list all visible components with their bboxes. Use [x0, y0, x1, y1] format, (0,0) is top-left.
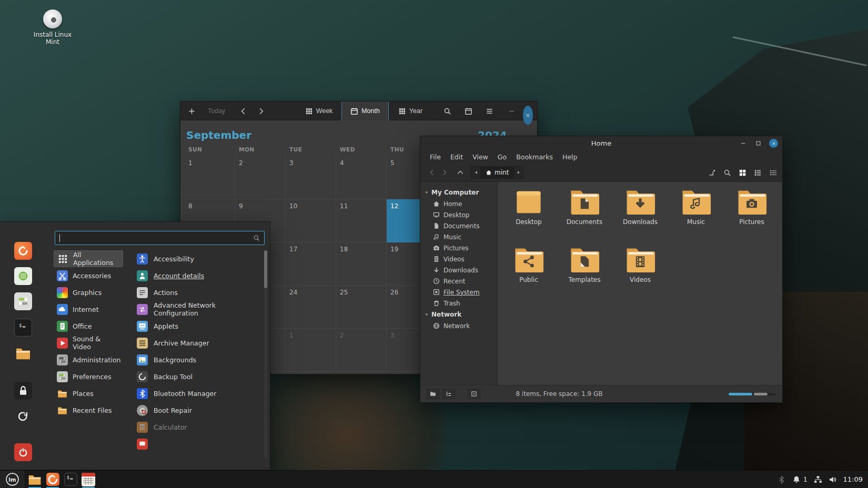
sidebar-item-downloads[interactable]: Downloads — [420, 265, 497, 276]
network-tray-icon[interactable] — [814, 475, 822, 484]
menu-app-archive-manager[interactable]: Archive Manager — [130, 334, 262, 351]
calendar-day-cell[interactable]: 25 — [336, 286, 387, 329]
folder-templates[interactable]: Templates — [557, 247, 612, 305]
sidebar-item-music[interactable]: Music — [420, 231, 497, 242]
toggle-location-entry-icon[interactable] — [708, 169, 716, 177]
quick-lock-button[interactable] — [14, 381, 33, 400]
quick-logout-button[interactable] — [14, 408, 33, 426]
compact-view-icon[interactable] — [769, 169, 777, 177]
quick-files-button[interactable] — [14, 344, 33, 363]
sidebar-item-network[interactable]: Network — [420, 320, 497, 331]
folder-videos[interactable]: Videos — [612, 247, 668, 305]
calendar-next-button[interactable] — [257, 101, 265, 120]
calendar-today-button[interactable]: Today — [208, 101, 225, 120]
back-button[interactable] — [426, 166, 438, 179]
menu-item-bookmarks[interactable]: Bookmarks — [512, 151, 557, 162]
menu-app-account-details[interactable]: Account details — [130, 267, 262, 284]
up-button[interactable] — [454, 166, 467, 179]
expander-triangle-icon[interactable] — [425, 190, 429, 195]
calendar-day-cell[interactable]: 24 — [286, 286, 336, 329]
menu-category-places[interactable]: Places — [54, 385, 123, 402]
path-segment-home[interactable]: mint — [480, 167, 514, 178]
menu-app-partial[interactable] — [130, 435, 262, 452]
calendar-new-event-button[interactable] — [188, 101, 196, 120]
menu-item-edit[interactable]: Edit — [446, 151, 467, 162]
calendar-prev-button[interactable] — [239, 101, 247, 120]
taskbar-calendar-button[interactable] — [79, 471, 97, 488]
folder-pictures[interactable]: Pictures — [724, 189, 780, 247]
taskbar-clock[interactable]: 11:09 — [843, 475, 863, 483]
calendar-view-week-button[interactable]: Week — [297, 101, 340, 120]
quick-firefox-button[interactable] — [14, 241, 33, 260]
calendar-day-cell[interactable]: 1 — [185, 156, 235, 199]
zoom-slider[interactable] — [729, 393, 776, 395]
calendar-day-cell[interactable]: 18 — [336, 242, 387, 286]
sidebar-item-videos[interactable]: Videos — [420, 253, 497, 265]
sidebar-item-pictures[interactable]: Pictures — [420, 242, 497, 253]
mint-menu-button[interactable]: lm — [0, 471, 24, 488]
maximize-button[interactable] — [754, 139, 762, 148]
file-manager-titlebar[interactable]: Home — [420, 136, 782, 150]
menu-app-actions[interactable]: Actions — [130, 284, 262, 301]
path-scroll-right-button[interactable] — [514, 167, 523, 178]
sidebar-item-file-system[interactable]: File System — [420, 287, 497, 298]
icon-view-icon[interactable] — [739, 169, 746, 177]
calendar-search-button[interactable] — [443, 101, 451, 120]
menu-category-graphics[interactable]: Graphics — [54, 284, 123, 301]
sidebar-section-my-computer[interactable]: My Computer — [420, 187, 497, 198]
menu-category-recent-files[interactable]: Recent Files — [54, 402, 123, 419]
close-button[interactable] — [769, 139, 778, 148]
folder-music[interactable]: Music — [668, 189, 724, 247]
quick-terminal-button[interactable]: $ — [14, 318, 33, 337]
folder-downloads[interactable]: Downloads — [612, 189, 668, 247]
sidebar-section-network[interactable]: Network — [420, 309, 497, 320]
menu-app-accessibility[interactable]: Accessibility — [130, 250, 262, 267]
sidebar-item-recent[interactable]: Recent — [420, 276, 497, 287]
calendar-day-cell[interactable]: 2 — [235, 156, 286, 199]
menu-category-sound-video[interactable]: Sound & Video — [54, 334, 123, 351]
calendar-menu-button[interactable] — [486, 101, 493, 120]
folder-public[interactable]: Public — [501, 247, 557, 305]
bluetooth-tray-icon[interactable] — [778, 475, 786, 484]
menu-category-all-applications[interactable]: All Applications — [54, 250, 123, 267]
quick-software-manager-button[interactable] — [14, 267, 33, 286]
menu-scrollbar-thumb[interactable] — [264, 250, 267, 288]
menu-item-file[interactable]: File — [426, 151, 445, 162]
menu-item-view[interactable]: View — [468, 151, 492, 162]
quick-power-button[interactable] — [14, 443, 33, 462]
menu-category-accessories[interactable]: Accessories — [54, 267, 123, 284]
minimize-button[interactable] — [739, 139, 747, 148]
menu-scrollbar[interactable] — [264, 250, 267, 459]
list-view-icon[interactable] — [754, 169, 762, 177]
taskbar-terminal-button[interactable]: $ — [62, 471, 79, 488]
sidebar-item-desktop[interactable]: Desktop — [420, 209, 497, 220]
calendar-day-cell[interactable]: 3 — [286, 156, 336, 199]
calendar-goto-date-button[interactable] — [465, 101, 472, 120]
sidebar-item-documents[interactable]: Documents — [420, 220, 497, 231]
calendar-day-cell[interactable]: 17 — [286, 242, 336, 286]
calendar-day-cell[interactable]: 4 — [336, 156, 387, 199]
menu-app-applets[interactable]: Applets — [130, 318, 262, 334]
taskbar-firefox-button[interactable] — [44, 471, 62, 488]
menu-app-bluetooth-manager[interactable]: Bluetooth Manager — [130, 385, 262, 402]
path-scroll-left-button[interactable] — [471, 167, 480, 178]
sidebar-item-trash[interactable]: Trash — [420, 298, 497, 309]
calendar-view-month-button[interactable]: Month — [341, 101, 389, 120]
zoom-slider-handle[interactable] — [754, 393, 768, 395]
menu-category-internet[interactable]: Internet — [54, 301, 123, 318]
taskbar-files-button[interactable] — [26, 471, 44, 488]
calendar-minimize-button[interactable] — [508, 101, 516, 120]
menu-app-boot-repair[interactable]: Boot Repair — [130, 402, 262, 419]
folder-desktop[interactable]: Desktop — [501, 189, 557, 247]
menu-app-backup-tool[interactable]: Backup Tool — [130, 368, 262, 385]
search-icon[interactable] — [723, 169, 731, 177]
calendar-day-cell[interactable]: 2 — [336, 329, 387, 372]
quick-settings-button[interactable] — [14, 292, 33, 311]
menu-search-input[interactable] — [59, 234, 253, 242]
menu-category-preferences[interactable]: Preferences — [54, 368, 123, 385]
menu-item-go[interactable]: Go — [493, 151, 511, 162]
menu-item-help[interactable]: Help — [558, 151, 582, 162]
menu-app-advanced-network-configuration[interactable]: Advanced Network Configuration — [130, 301, 262, 318]
notifications-bell-icon[interactable] — [792, 475, 801, 484]
sidebar-item-home[interactable]: Home — [420, 198, 497, 209]
